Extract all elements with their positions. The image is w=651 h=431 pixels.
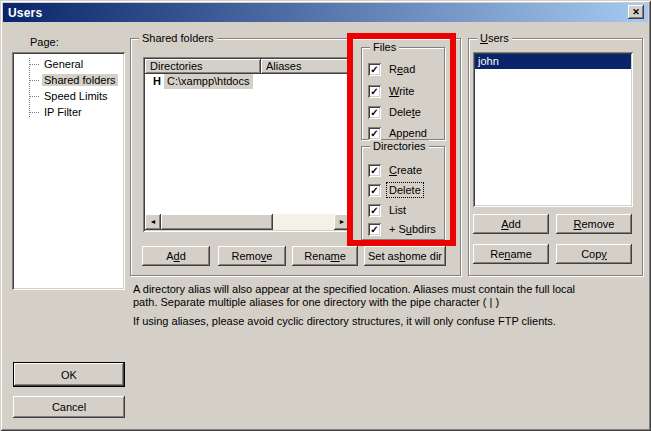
scroll-right-button[interactable]: ► (334, 214, 350, 230)
directory-path: C:\xampp\htdocs (164, 74, 253, 89)
add-directory-button[interactable]: Add (142, 246, 210, 266)
users-listbox[interactable]: john (473, 52, 633, 207)
home-flag: H (145, 74, 164, 89)
listview-header: Directories Aliases (145, 59, 350, 74)
scroll-left-button[interactable]: ◄ (145, 214, 161, 230)
files-group-label: Files (370, 41, 399, 54)
users-group-label: Users (477, 32, 512, 45)
column-header-directories[interactable]: Directories (145, 59, 261, 74)
tree-item-speed-limits[interactable]: Speed Limits (12, 88, 125, 104)
alias-note-line-2: path. Separate multiple aliases for one … (133, 296, 575, 309)
page-label: Page: (30, 36, 59, 48)
close-icon: ✕ (632, 7, 640, 17)
checkbox-checked-icon[interactable]: ✓ (368, 85, 381, 98)
tree-item-shared-folders[interactable]: Shared folders (12, 72, 125, 88)
cyclic-note-line-1: If using aliases, please avoid cyclic di… (133, 315, 556, 328)
cyclic-note: If using aliases, please avoid cyclic di… (133, 315, 556, 328)
checkbox-checked-icon[interactable]: ✓ (368, 204, 381, 217)
arrow-left-icon: ◄ (150, 218, 157, 225)
remove-user-button[interactable]: Remove (556, 214, 632, 234)
checkbox-create[interactable]: ✓ Create (368, 163, 424, 177)
alias-note-line-1: A directory alias will also appear at th… (133, 283, 575, 296)
checkbox-read[interactable]: ✓ Read (368, 62, 417, 76)
checkbox-append[interactable]: ✓ Append (368, 126, 429, 140)
rename-user-button[interactable]: Rename (473, 244, 549, 264)
cancel-button[interactable]: Cancel (13, 396, 125, 418)
ok-button[interactable]: OK (13, 362, 125, 387)
directory-row[interactable]: H C:\xampp\htdocs (145, 74, 253, 89)
checkbox-write[interactable]: ✓ Write (368, 84, 416, 98)
checkbox-list[interactable]: ✓ List (368, 203, 408, 217)
title-bar[interactable]: Users ✕ (3, 3, 648, 22)
checkbox-checked-icon[interactable]: ✓ (368, 127, 381, 140)
checkbox-checked-icon[interactable]: ✓ (368, 106, 381, 119)
page-tree: General Shared folders Speed Limits IP F… (12, 52, 125, 290)
checkbox-checked-icon[interactable]: ✓ (368, 164, 381, 177)
directories-group-label: Directories (370, 140, 429, 153)
alias-note: A directory alias will also appear at th… (133, 283, 575, 309)
horizontal-scrollbar[interactable]: ◄ ► (145, 214, 350, 230)
arrow-right-icon: ► (339, 218, 346, 225)
window-title: Users (8, 6, 42, 20)
checkbox-subdirs[interactable]: ✓ + Subdirs (368, 222, 438, 236)
users-dialog: Users ✕ Page: General Shared folders Spe… (0, 0, 651, 431)
add-user-button[interactable]: Add (473, 214, 549, 234)
directories-listview: Directories Aliases H C:\xampp\htdocs ◄ … (143, 57, 352, 232)
column-header-aliases[interactable]: Aliases (261, 59, 350, 74)
checkbox-delete-dir[interactable]: ✓ Delete (368, 183, 423, 197)
scrollbar-thumb[interactable] (161, 214, 273, 230)
checkbox-checked-icon[interactable]: ✓ (368, 184, 381, 197)
checkbox-delete-file[interactable]: ✓ Delete (368, 105, 423, 119)
checkbox-checked-icon[interactable]: ✓ (368, 63, 381, 76)
shared-folders-group-label: Shared folders (139, 32, 217, 45)
tree-item-ip-filter[interactable]: IP Filter (12, 104, 125, 120)
set-as-home-dir-button[interactable]: Set as home dir (364, 246, 446, 266)
copy-user-button[interactable]: Copy (556, 244, 632, 264)
close-button[interactable]: ✕ (628, 5, 644, 19)
checkbox-checked-icon[interactable]: ✓ (368, 223, 381, 236)
remove-directory-button[interactable]: Remove (218, 246, 286, 266)
rename-directory-button[interactable]: Rename (292, 246, 358, 266)
user-list-item-john[interactable]: john (475, 54, 631, 69)
tree-item-general[interactable]: General (12, 56, 125, 72)
